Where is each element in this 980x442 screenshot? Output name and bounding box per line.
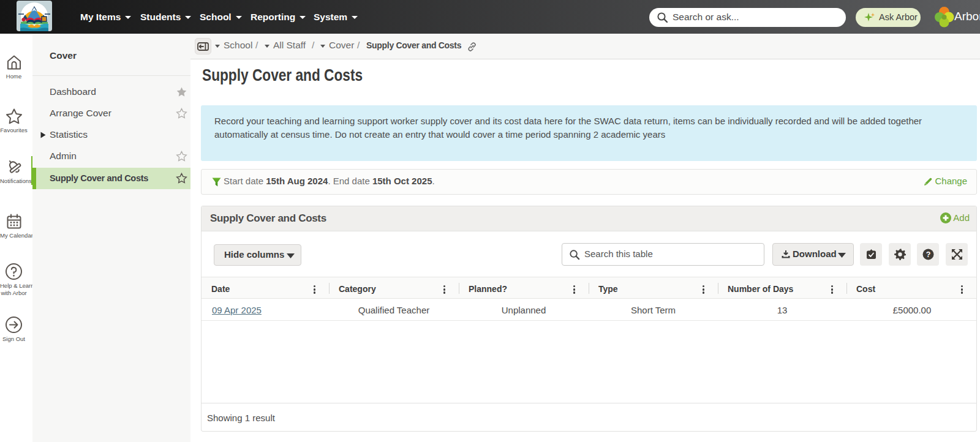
svg-text:?: ? bbox=[925, 250, 930, 259]
